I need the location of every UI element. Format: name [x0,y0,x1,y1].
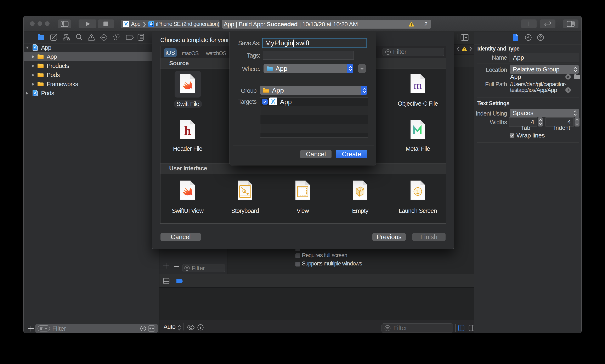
svg-text:h: h [184,124,191,138]
svg-text:m: m [414,79,422,91]
svg-text:1: 1 [416,188,420,195]
